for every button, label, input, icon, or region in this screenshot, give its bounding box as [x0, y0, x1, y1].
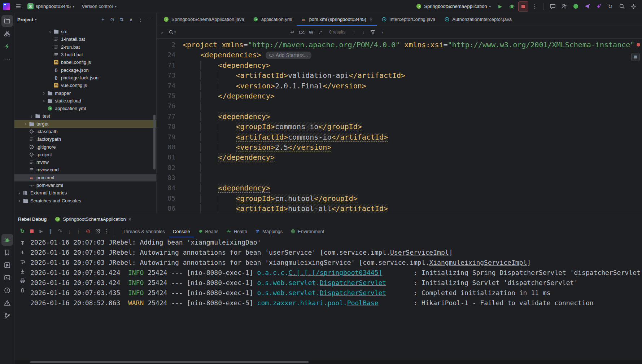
- tree-item-package-lock-json[interactable]: {}package-lock.json: [14, 74, 156, 82]
- debug-button[interactable]: [507, 1, 517, 12]
- editor-tab-authorizationinterceptor-java[interactable]: AuthorizationInterceptor.java: [440, 13, 516, 26]
- debug-tab-mappings[interactable]: Mappings: [251, 225, 287, 237]
- tree-item-babel-config-js[interactable]: JSbabel.config.js: [14, 58, 156, 66]
- console-link[interactable]: DispatcherServlet: [320, 279, 386, 286]
- print-button[interactable]: [18, 276, 27, 285]
- chevron-right-icon[interactable]: ›: [29, 114, 34, 119]
- project-selector[interactable]: S springboot03445 ▾: [25, 2, 77, 11]
- clear-console-button[interactable]: [18, 286, 27, 294]
- expand-replace-icon[interactable]: ›: [159, 29, 165, 35]
- tree-item-gitignore[interactable]: .gitignore: [14, 143, 156, 150]
- search-everywhere-button[interactable]: [617, 1, 627, 12]
- chevron-right-icon[interactable]: ›: [23, 121, 28, 126]
- next-occurrence-button[interactable]: ↓: [359, 28, 368, 36]
- next-frame-button[interactable]: [18, 248, 27, 257]
- tree-item-src[interactable]: ›src: [14, 28, 156, 35]
- editor-tab-application-yml[interactable]: application.yml: [249, 13, 297, 26]
- resume-button[interactable]: ▶: [37, 227, 45, 236]
- update-button[interactable]: ↻: [605, 1, 615, 12]
- tree-item-pom-war-xml[interactable]: </>pom-war.xml: [14, 181, 156, 189]
- debug-more-button[interactable]: ⋮: [102, 227, 111, 236]
- collapse-all-button[interactable]: ∧: [127, 15, 135, 24]
- close-tab-icon[interactable]: ×: [370, 17, 372, 22]
- toolwindow-terminal-button[interactable]: [1, 272, 13, 284]
- chat-button[interactable]: [547, 1, 558, 12]
- vcs-selector[interactable]: Version control ▾: [79, 2, 119, 11]
- code-area[interactable]: 2<project xmlns="http://maven.apache.org…: [157, 39, 642, 213]
- debug-tab-beans[interactable]: Beans: [194, 225, 223, 237]
- toolwindow-git-button[interactable]: [1, 310, 13, 321]
- multiline-search-button[interactable]: ↩: [288, 28, 297, 36]
- toolwindow-structure-button[interactable]: [1, 28, 13, 39]
- chevron-right-icon[interactable]: ›: [47, 29, 53, 34]
- tree-item-mvnw[interactable]: mvnw: [14, 158, 156, 166]
- toolwindow-project-button[interactable]: [1, 15, 13, 27]
- chevron-right-icon[interactable]: ›: [41, 98, 47, 103]
- add-user-button[interactable]: [559, 1, 569, 12]
- soft-wrap-button[interactable]: [18, 258, 27, 266]
- chevron-right-icon[interactable]: ›: [17, 190, 22, 196]
- tree-item-test[interactable]: ›test: [14, 112, 156, 120]
- debug-tab-console[interactable]: Console: [169, 225, 194, 237]
- tree-item-mapper[interactable]: ›mapper: [14, 89, 156, 97]
- debug-tab-threads-variables[interactable]: Threads & Variables: [119, 225, 169, 237]
- toolwindow-problems-button[interactable]: [1, 285, 13, 296]
- console-output[interactable]: 2026-01-16 20:07:03 JRebel: Adding bean …: [30, 237, 642, 364]
- main-menu-button[interactable]: [13, 1, 23, 12]
- project-tree-scrollbar[interactable]: [153, 115, 156, 170]
- jrebel-deploy-button[interactable]: [582, 1, 592, 12]
- error-stripe-mark[interactable]: [637, 43, 640, 47]
- toolwindow-services-button[interactable]: [1, 259, 13, 271]
- console-link[interactable]: PoolBase: [347, 299, 379, 307]
- editor-tab-springbootschemaapplication-java[interactable]: SpringbootSchemaApplication.java: [159, 13, 249, 26]
- editor-tab-pom-xml-springboot03445[interactable]: mpom.xml (springboot03445)×: [297, 13, 377, 26]
- code-with-me-status-button[interactable]: [571, 1, 581, 12]
- inlay-hint-add-starters[interactable]: Add Starters...: [266, 52, 311, 59]
- regex-button[interactable]: .*: [316, 28, 325, 36]
- run-button[interactable]: ▶: [495, 1, 505, 12]
- debug-tab-health[interactable]: Health: [222, 225, 251, 237]
- hide-panel-button[interactable]: —: [145, 15, 154, 24]
- jrebel-panel-button[interactable]: [1, 40, 13, 52]
- tree-item-factorypath[interactable]: .factorypath: [14, 135, 156, 143]
- tree-item-3-build-bat[interactable]: 3-build.bat: [14, 51, 156, 58]
- step-out-button[interactable]: ↑: [74, 227, 83, 236]
- project-view-selector[interactable]: Project ▾: [17, 17, 37, 22]
- search-field-icon[interactable]: ▾: [166, 30, 178, 35]
- step-into-button[interactable]: ↓: [65, 227, 74, 236]
- chevron-right-icon[interactable]: ›: [17, 198, 22, 203]
- search-options-button[interactable]: ⋮: [378, 28, 386, 36]
- scrollbar-thumb[interactable]: [30, 361, 309, 363]
- add-button[interactable]: +: [99, 15, 107, 24]
- tree-item-classpath[interactable]: .classpath: [14, 128, 156, 135]
- match-case-button[interactable]: Cc: [297, 28, 306, 36]
- pause-button[interactable]: ∥: [46, 227, 55, 236]
- whole-words-button[interactable]: W: [307, 28, 315, 36]
- prev-frame-button[interactable]: [18, 239, 27, 247]
- scroll-to-end-button[interactable]: [18, 267, 27, 276]
- step-over-button[interactable]: ↷: [56, 227, 64, 236]
- tree-item-package-json[interactable]: {}package.json: [14, 66, 156, 74]
- console-hscrollbar[interactable]: [14, 360, 642, 364]
- toolwindow-debug-button[interactable]: [1, 234, 13, 246]
- view-breakpoints-button[interactable]: [93, 227, 102, 236]
- tree-item-static-upload[interactable]: ›static.upload: [14, 97, 156, 105]
- rerun-button[interactable]: ↻: [18, 227, 27, 236]
- more-run-actions-button[interactable]: ⋮: [530, 1, 540, 12]
- tree-item-vue-config-js[interactable]: JSvue.config.js: [14, 82, 156, 89]
- tree-item-scratches-and-consoles[interactable]: ›Scratches and Consoles: [14, 197, 156, 205]
- mute-breakpoints-button[interactable]: ⊘: [84, 227, 92, 236]
- close-icon[interactable]: ×: [128, 216, 131, 222]
- tree-item-pom-xml[interactable]: mpom.xml: [14, 174, 156, 181]
- console-link[interactable]: XiangmuleixingServiceImpl: [429, 259, 527, 266]
- toolwindow-notifications-button[interactable]: [1, 297, 13, 309]
- tree-item-mvnw-cmd[interactable]: mvnw.cmd: [14, 166, 156, 174]
- previous-occurrence-button[interactable]: ↑: [350, 28, 358, 36]
- tree-item-project[interactable]: .project: [14, 151, 156, 158]
- search-input[interactable]: [179, 28, 287, 36]
- more-toolwindows-button[interactable]: ⋯: [1, 53, 13, 65]
- tree-item-external-libraries[interactable]: ›External Libraries: [14, 189, 156, 197]
- chevron-right-icon[interactable]: ›: [41, 91, 47, 96]
- profiler-button[interactable]: [594, 1, 604, 12]
- editor-tab-interceptorconfig-java[interactable]: InterceptorConfig.java: [377, 13, 440, 26]
